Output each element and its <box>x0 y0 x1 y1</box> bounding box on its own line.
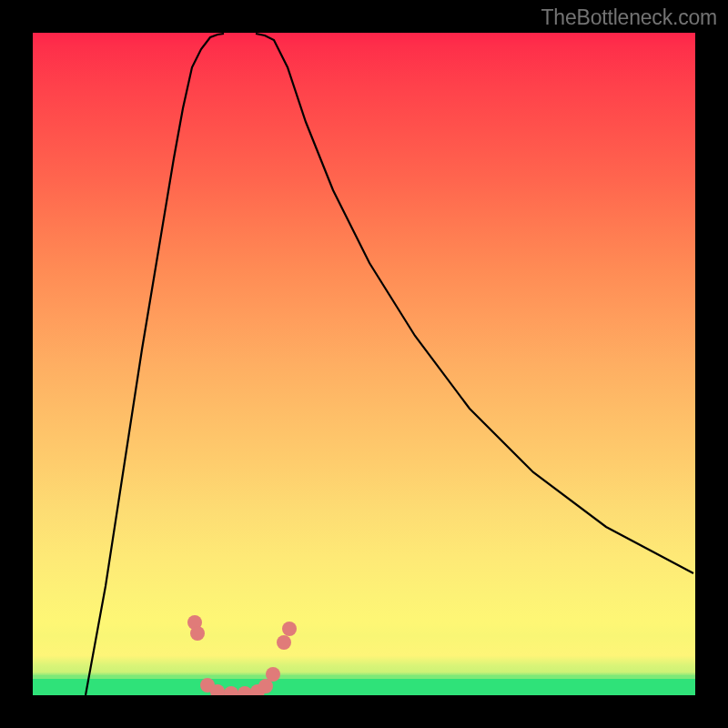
scatter-marker <box>190 626 205 641</box>
scatter-marker <box>282 622 297 636</box>
scatter-marker <box>277 635 291 650</box>
curve-right <box>256 34 693 573</box>
curve-left <box>86 34 224 695</box>
figure-outer: TheBottleneck.com <box>0 0 728 728</box>
plot-svg <box>33 33 695 695</box>
scatter-marker <box>266 667 280 682</box>
plot-area <box>33 33 695 695</box>
watermark-label: TheBottleneck.com <box>541 5 717 30</box>
scatter-marker <box>224 686 238 695</box>
markers-group <box>187 615 297 695</box>
scatter-marker <box>238 686 252 695</box>
